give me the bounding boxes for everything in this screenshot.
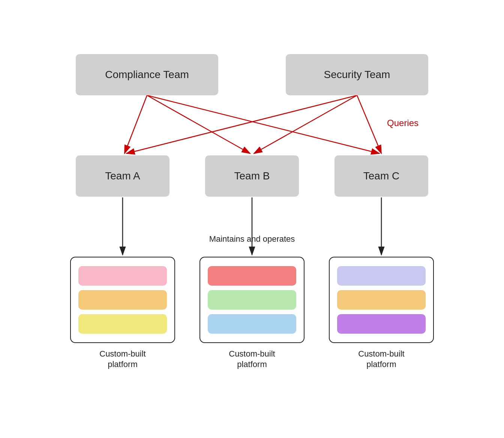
svg-line-3 xyxy=(147,95,250,154)
queries-label: Queries xyxy=(387,118,418,128)
platform-c-box xyxy=(329,257,434,343)
maintains-label: Maintains and operates xyxy=(177,234,327,244)
team-b-label: Team B xyxy=(234,170,270,182)
platform-c-chip-3 xyxy=(337,314,426,334)
platform-b-label: Custom-builtplatform xyxy=(200,349,304,370)
svg-line-6 xyxy=(254,95,357,154)
platform-a-label: Custom-builtplatform xyxy=(70,349,175,370)
team-c-box: Team C xyxy=(334,155,428,197)
platform-c-chip-1 xyxy=(337,266,426,286)
svg-line-7 xyxy=(357,95,381,154)
team-a-label: Team A xyxy=(105,170,140,182)
svg-line-5 xyxy=(126,95,357,154)
security-team-box: Security Team xyxy=(286,54,428,95)
team-a-box: Team A xyxy=(76,155,170,197)
platform-a-chip-1 xyxy=(78,266,167,286)
svg-line-2 xyxy=(124,95,147,154)
platform-c-chip-2 xyxy=(337,290,426,310)
platform-b-box xyxy=(200,257,304,343)
security-team-label: Security Team xyxy=(324,69,390,81)
platform-b-chip-1 xyxy=(208,266,296,286)
compliance-team-label: Compliance Team xyxy=(105,69,189,81)
platform-b-chip-3 xyxy=(208,314,296,334)
compliance-team-box: Compliance Team xyxy=(76,54,218,95)
diagram: Compliance Team Security Team Queries Te… xyxy=(46,32,458,407)
team-b-box: Team B xyxy=(205,155,299,197)
platform-a-chip-3 xyxy=(78,314,167,334)
platform-b-chip-2 xyxy=(208,290,296,310)
platform-a-chip-2 xyxy=(78,290,167,310)
platform-a-box xyxy=(70,257,175,343)
team-c-label: Team C xyxy=(363,170,399,182)
platform-c-label: Custom-builtplatform xyxy=(329,349,434,370)
svg-line-4 xyxy=(147,95,380,154)
